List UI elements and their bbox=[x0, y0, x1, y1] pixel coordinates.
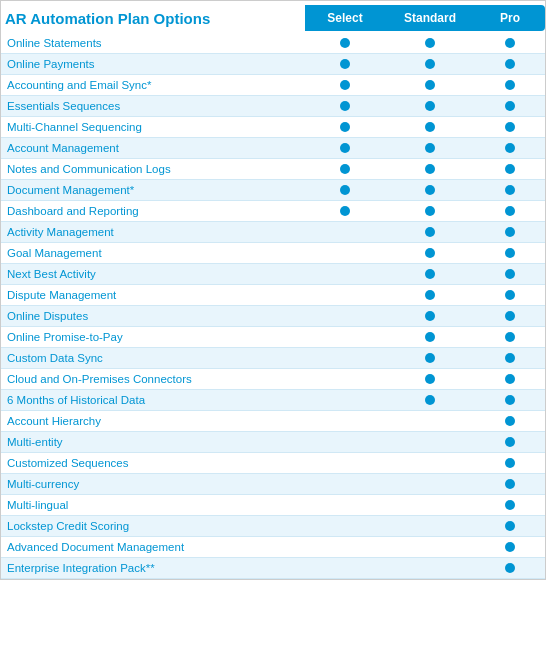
feature-label: Customized Sequences bbox=[1, 453, 305, 473]
select-dot bbox=[305, 495, 385, 515]
feature-label: Dispute Management bbox=[1, 285, 305, 305]
feature-label: Account Management bbox=[1, 138, 305, 158]
standard-dot bbox=[385, 453, 475, 473]
plan-comparison-table: AR Automation Plan Options Select Standa… bbox=[0, 0, 546, 580]
select-dot bbox=[305, 264, 385, 284]
select-dot bbox=[305, 537, 385, 557]
select-dot bbox=[305, 159, 385, 179]
table-row: Next Best Activity bbox=[1, 264, 545, 285]
select-dot bbox=[305, 432, 385, 452]
col-standard: Standard bbox=[385, 5, 475, 31]
feature-label: Online Payments bbox=[1, 54, 305, 74]
standard-dot bbox=[385, 75, 475, 95]
table-row: Activity Management bbox=[1, 222, 545, 243]
table-row: Goal Management bbox=[1, 243, 545, 264]
feature-label: Multi-currency bbox=[1, 474, 305, 494]
standard-dot bbox=[385, 390, 475, 410]
select-dot bbox=[305, 516, 385, 536]
pro-dot bbox=[475, 117, 545, 137]
table-row: Notes and Communication Logs bbox=[1, 159, 545, 180]
feature-label: Document Management* bbox=[1, 180, 305, 200]
pro-dot bbox=[475, 516, 545, 536]
standard-dot bbox=[385, 327, 475, 347]
standard-dot bbox=[385, 54, 475, 74]
table-row: Account Management bbox=[1, 138, 545, 159]
pro-dot bbox=[475, 558, 545, 578]
pro-dot bbox=[475, 222, 545, 242]
select-dot bbox=[305, 558, 385, 578]
table-row: Customized Sequences bbox=[1, 453, 545, 474]
feature-label: Enterprise Integration Pack** bbox=[1, 558, 305, 578]
standard-dot bbox=[385, 117, 475, 137]
pro-dot bbox=[475, 96, 545, 116]
select-dot bbox=[305, 285, 385, 305]
select-dot bbox=[305, 306, 385, 326]
feature-label: Next Best Activity bbox=[1, 264, 305, 284]
table-row: Cloud and On-Premises Connectors bbox=[1, 369, 545, 390]
feature-label: Essentials Sequences bbox=[1, 96, 305, 116]
standard-dot bbox=[385, 516, 475, 536]
feature-label: Online Promise-to-Pay bbox=[1, 327, 305, 347]
table-row: Multi-entity bbox=[1, 432, 545, 453]
table-row: Enterprise Integration Pack** bbox=[1, 558, 545, 579]
pro-dot bbox=[475, 159, 545, 179]
table-row: Essentials Sequences bbox=[1, 96, 545, 117]
select-dot bbox=[305, 33, 385, 53]
table-row: Lockstep Credit Scoring bbox=[1, 516, 545, 537]
pro-dot bbox=[475, 180, 545, 200]
pro-dot bbox=[475, 327, 545, 347]
pro-dot bbox=[475, 285, 545, 305]
standard-dot bbox=[385, 243, 475, 263]
select-dot bbox=[305, 369, 385, 389]
table-row: Multi-lingual bbox=[1, 495, 545, 516]
select-dot bbox=[305, 138, 385, 158]
feature-label: Custom Data Sync bbox=[1, 348, 305, 368]
pro-dot bbox=[475, 33, 545, 53]
select-dot bbox=[305, 411, 385, 431]
pro-dot bbox=[475, 348, 545, 368]
standard-dot bbox=[385, 306, 475, 326]
standard-dot bbox=[385, 432, 475, 452]
table-row: Document Management* bbox=[1, 180, 545, 201]
feature-label: Cloud and On-Premises Connectors bbox=[1, 369, 305, 389]
table-body: Online StatementsOnline PaymentsAccounti… bbox=[1, 33, 545, 579]
feature-label: Dashboard and Reporting bbox=[1, 201, 305, 221]
pro-dot bbox=[475, 537, 545, 557]
standard-dot bbox=[385, 264, 475, 284]
standard-dot bbox=[385, 411, 475, 431]
select-dot bbox=[305, 327, 385, 347]
standard-dot bbox=[385, 369, 475, 389]
select-dot bbox=[305, 96, 385, 116]
select-dot bbox=[305, 54, 385, 74]
standard-dot bbox=[385, 537, 475, 557]
pro-dot bbox=[475, 201, 545, 221]
table-row: Dispute Management bbox=[1, 285, 545, 306]
pro-dot bbox=[475, 453, 545, 473]
pro-dot bbox=[475, 264, 545, 284]
select-dot bbox=[305, 474, 385, 494]
select-dot bbox=[305, 180, 385, 200]
feature-label: Advanced Document Management bbox=[1, 537, 305, 557]
feature-label: Multi-Channel Sequencing bbox=[1, 117, 305, 137]
table-row: Account Hierarchy bbox=[1, 411, 545, 432]
select-dot bbox=[305, 201, 385, 221]
feature-label: Multi-lingual bbox=[1, 495, 305, 515]
table-row: Online Disputes bbox=[1, 306, 545, 327]
select-dot bbox=[305, 243, 385, 263]
feature-label: 6 Months of Historical Data bbox=[1, 390, 305, 410]
table-row: Advanced Document Management bbox=[1, 537, 545, 558]
pro-dot bbox=[475, 138, 545, 158]
pro-dot bbox=[475, 243, 545, 263]
table-row: Dashboard and Reporting bbox=[1, 201, 545, 222]
pro-dot bbox=[475, 369, 545, 389]
standard-dot bbox=[385, 159, 475, 179]
standard-dot bbox=[385, 558, 475, 578]
select-dot bbox=[305, 222, 385, 242]
pro-dot bbox=[475, 432, 545, 452]
col-select: Select bbox=[305, 5, 385, 31]
feature-label: Goal Management bbox=[1, 243, 305, 263]
table-row: Online Statements bbox=[1, 33, 545, 54]
pro-dot bbox=[475, 495, 545, 515]
standard-dot bbox=[385, 201, 475, 221]
standard-dot bbox=[385, 495, 475, 515]
